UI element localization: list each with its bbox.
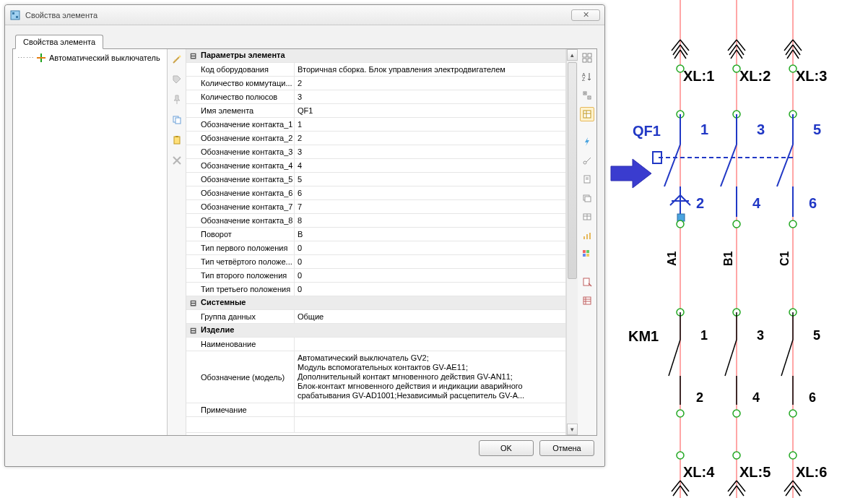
wire-icon[interactable] xyxy=(580,153,594,168)
copy-icon[interactable] xyxy=(170,113,184,127)
svg-text:5: 5 xyxy=(813,121,821,137)
titlebar: Свойства элемента ✕ xyxy=(5,5,604,25)
svg-rect-42 xyxy=(586,254,589,257)
property-name: Обозначение контакта_6 xyxy=(199,186,295,199)
property-value[interactable]: 4 xyxy=(295,159,565,172)
property-value[interactable]: Вторичная сборка. Блок управления электр… xyxy=(295,63,565,76)
property-row[interactable]: Код оборудованияВторичная сборка. Блок у… xyxy=(186,63,565,77)
property-value[interactable]: Общие xyxy=(295,310,565,323)
collapse-icon[interactable]: ⊟ xyxy=(186,324,199,337)
property-value[interactable]: 6 xyxy=(295,186,565,199)
property-value[interactable]: 2 xyxy=(295,77,565,90)
category-view-icon[interactable] xyxy=(580,51,594,65)
property-row[interactable]: Наименование xyxy=(186,338,565,351)
property-row[interactable]: Обозначение контакта_77 xyxy=(186,200,565,214)
collapse-icon[interactable]: ⊟ xyxy=(186,49,199,62)
cancel-button[interactable]: Отмена xyxy=(539,440,594,456)
svg-text:6: 6 xyxy=(809,390,816,405)
property-name: Обозначение контакта_2 xyxy=(199,132,295,145)
grid-mode-icon[interactable] xyxy=(580,107,594,121)
svg-text:3: 3 xyxy=(757,328,764,343)
property-value[interactable]: 7 xyxy=(295,200,565,213)
property-name: Поворот xyxy=(199,228,295,241)
section-system[interactable]: ⊟ Системные xyxy=(186,296,565,310)
property-value[interactable]: 3 xyxy=(295,145,565,158)
property-name: Код оборудования xyxy=(199,63,295,76)
property-row[interactable]: Количество полюсов3 xyxy=(186,90,565,104)
property-name: Обозначение контакта_3 xyxy=(199,145,295,158)
property-value[interactable]: 8 xyxy=(295,214,565,227)
property-row[interactable]: Тип третьего положения0 xyxy=(186,283,565,296)
svg-text:3: 3 xyxy=(757,121,765,137)
svg-text:C1: C1 xyxy=(778,251,791,266)
property-row[interactable]: Тип второго положения0 xyxy=(186,269,565,283)
property-value[interactable]: 0 xyxy=(295,255,565,268)
property-row[interactable]: Обозначение контакта_22 xyxy=(186,132,565,145)
property-value[interactable] xyxy=(295,403,565,416)
tab-panel: ⋯⋯ Автоматический выключатель xyxy=(12,48,597,436)
property-row[interactable]: ПоворотВ xyxy=(186,228,565,241)
svg-text:1: 1 xyxy=(700,121,708,137)
property-name: Обозначение контакта_8 xyxy=(199,214,295,227)
table-icon[interactable] xyxy=(580,210,594,224)
property-row[interactable]: Обозначение контакта_66 xyxy=(186,186,565,200)
svg-text:6: 6 xyxy=(809,195,817,211)
property-value[interactable]: 0 xyxy=(295,241,565,254)
paste-icon[interactable] xyxy=(170,133,184,147)
wand-icon[interactable] xyxy=(170,52,184,66)
property-row[interactable]: Группа данныхОбщие xyxy=(186,310,565,324)
property-row[interactable]: Имя элементаQF1 xyxy=(186,104,565,118)
property-value[interactable]: QF1 xyxy=(295,104,565,117)
property-value[interactable]: 2 xyxy=(295,132,565,145)
chart-icon[interactable] xyxy=(580,228,594,243)
property-row[interactable]: Обозначение контакта_11 xyxy=(186,118,565,132)
property-name: Примечание xyxy=(199,403,295,416)
property-value[interactable]: 0 xyxy=(295,283,565,296)
svg-rect-15 xyxy=(583,59,586,62)
svg-text:XL:4: XL:4 xyxy=(683,464,715,480)
property-row[interactable]: Примечание xyxy=(186,403,565,417)
bolt-icon[interactable] xyxy=(580,134,594,149)
svg-rect-36 xyxy=(583,236,585,239)
svg-line-93 xyxy=(725,340,737,376)
layers-icon[interactable] xyxy=(580,191,594,205)
sort-az-icon[interactable]: AZ xyxy=(580,69,594,84)
scroll-down-icon[interactable]: ▾ xyxy=(567,424,578,435)
property-value[interactable]: 1 xyxy=(295,118,565,131)
dialog-buttons: OK Отмена xyxy=(12,436,597,460)
property-row[interactable]: Тип четвёртого положе...0 xyxy=(186,255,565,269)
section-product[interactable]: ⊟ Изделие xyxy=(186,324,565,338)
svg-rect-44 xyxy=(583,297,591,304)
svg-rect-14 xyxy=(588,53,591,57)
property-row[interactable]: Количество коммутаци...2 xyxy=(186,77,565,90)
property-value[interactable]: В xyxy=(295,228,565,241)
expand-all-icon[interactable] xyxy=(580,88,594,103)
property-row[interactable]: Обозначение (модель)Автоматический выклю… xyxy=(186,351,565,403)
edit-properties-icon[interactable] xyxy=(580,275,594,289)
tab-properties[interactable]: Свойства элемента xyxy=(15,35,103,49)
tree-item-breaker[interactable]: ⋯⋯ Автоматический выключатель xyxy=(16,52,164,64)
close-button[interactable]: ✕ xyxy=(571,9,600,21)
property-row[interactable]: Обозначение контакта_88 xyxy=(186,214,565,228)
scrollbar-vertical[interactable]: ▴ ▾ xyxy=(566,49,578,435)
scroll-thumb[interactable] xyxy=(568,62,577,279)
property-row[interactable]: Обозначение контакта_44 xyxy=(186,159,565,173)
bom-table-icon[interactable] xyxy=(580,293,594,308)
property-value[interactable]: 5 xyxy=(295,173,565,186)
property-row[interactable]: Обозначение контакта_55 xyxy=(186,173,565,186)
pin-icon xyxy=(170,93,184,107)
property-value[interactable]: 0 xyxy=(295,269,565,282)
property-row[interactable]: Обозначение контакта_33 xyxy=(186,145,565,159)
property-value[interactable]: Автоматический выключатель GV2; Модуль в… xyxy=(295,351,565,403)
scroll-up-icon[interactable]: ▴ xyxy=(567,49,578,61)
page-icon[interactable] xyxy=(580,172,594,186)
km1-label: KM1 xyxy=(628,328,659,344)
collapse-icon[interactable]: ⊟ xyxy=(186,296,199,309)
property-row[interactable]: Тип первого положения0 xyxy=(186,241,565,255)
svg-point-82 xyxy=(789,220,797,228)
palette-icon[interactable] xyxy=(580,247,594,262)
property-value[interactable]: 3 xyxy=(295,90,565,103)
property-value[interactable] xyxy=(295,338,565,351)
section-params[interactable]: ⊟ Параметры элемента xyxy=(186,49,565,63)
ok-button[interactable]: OK xyxy=(479,440,534,456)
